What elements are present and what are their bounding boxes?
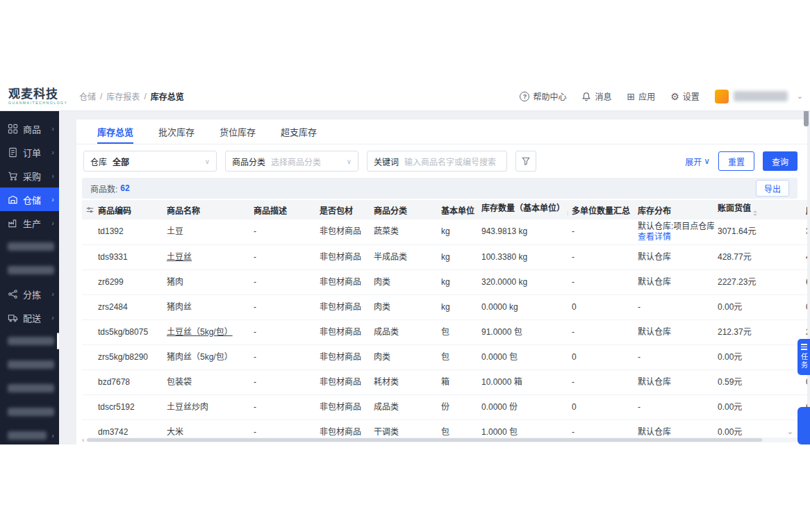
expand-filters-link[interactable]: 展开 ∨ bbox=[685, 156, 710, 167]
settings-button[interactable]: ⚙ 设置 bbox=[670, 90, 700, 102]
scrollbar-track[interactable] bbox=[87, 438, 797, 442]
view-details-link[interactable]: 查看详情 bbox=[638, 232, 671, 242]
sort-icon[interactable] bbox=[753, 208, 757, 218]
cell-product-name: 土豆丝炒肉 bbox=[163, 394, 250, 419]
cell-product-desc: - bbox=[250, 319, 316, 344]
apps-button[interactable]: ⊞ 应用 bbox=[627, 90, 655, 102]
sidebar-item-redacted[interactable]: › bbox=[0, 424, 59, 444]
horizontal-scrollbar[interactable]: ‹ › bbox=[82, 436, 803, 444]
sidebar-item-products[interactable]: 商品 › bbox=[0, 117, 59, 140]
cell-book-value: 212.37元 bbox=[714, 319, 802, 344]
stock-table-container: 商品编码 商品名称 商品描述 是否包材 商品分类 基本单位 库存数量（基本单位）… bbox=[82, 200, 807, 444]
export-button[interactable]: 导出 bbox=[756, 180, 789, 197]
tab-location-stock[interactable]: 货位库存 bbox=[220, 119, 256, 144]
top-bar-actions: ? 帮助中心 消息 ⊞ 应用 ⚙ 设置 ⌄ bbox=[520, 90, 810, 103]
tab-batch-stock[interactable]: 批次库存 bbox=[158, 119, 195, 144]
cart-icon bbox=[8, 171, 18, 181]
product-name-link[interactable]: 土豆丝（5kg/包） bbox=[167, 327, 233, 337]
product-name-link[interactable]: 土豆 bbox=[167, 226, 183, 236]
reset-button[interactable]: 重置 bbox=[718, 151, 754, 171]
chevron-down-icon: ∨ bbox=[205, 158, 210, 165]
sort-icon[interactable] bbox=[567, 208, 568, 218]
company-avatar bbox=[715, 90, 729, 103]
sidebar-item-label: 商品 bbox=[23, 122, 47, 135]
breadcrumb-item[interactable]: 库存报表 bbox=[106, 90, 140, 102]
product-count-value: 62 bbox=[120, 183, 129, 193]
cell-is-packaging: 非包材商品 bbox=[316, 319, 370, 344]
brand-logo[interactable]: 观麦科技 GUANMAITECHNOLOGY bbox=[0, 88, 72, 105]
table-row: tds5kg/b8075 土豆丝（5kg/包） - 非包材商品 成品类 包 91… bbox=[82, 319, 807, 344]
keyword-input-label: 关键词 bbox=[374, 156, 399, 167]
sidebar-item-redacted[interactable] bbox=[0, 353, 59, 376]
product-name-link[interactable]: 猪肉丝（5kg/包） bbox=[167, 352, 233, 362]
cell-is-packaging: 非包材商品 bbox=[316, 244, 370, 269]
tab-stock-overview[interactable]: 库存总览 bbox=[97, 119, 133, 144]
cell-book-value: 2227.23元 bbox=[714, 269, 802, 294]
query-button[interactable]: 查询 bbox=[763, 151, 797, 171]
cell-settings-spacer bbox=[82, 394, 94, 419]
scroll-down-icon[interactable]: ⌄ bbox=[786, 427, 795, 436]
cell-multi-unit-total: 0 bbox=[568, 394, 634, 419]
user-menu-chevron-icon[interactable]: ⌄ bbox=[797, 92, 803, 101]
sidebar-item-delivery[interactable]: 配送 › bbox=[0, 306, 59, 329]
warehouse-select-value: 全部 bbox=[113, 156, 199, 167]
warehouse-select[interactable]: 仓库 全部 ∨ bbox=[83, 151, 217, 172]
sidebar-item-redacted[interactable] bbox=[0, 376, 59, 400]
column-is-packaging: 是否包材 bbox=[316, 200, 370, 219]
category-select[interactable]: 商品分类 选择商品分类 ∨ bbox=[225, 151, 358, 172]
main-area: 库存总览 批次库存 货位库存 超支库存 仓库 全部 ∨ 商品分类 选择商品分类 … bbox=[59, 111, 810, 444]
sidebar-item-redacted[interactable] bbox=[0, 400, 59, 424]
floating-widget-clipped[interactable] bbox=[797, 407, 810, 444]
cell-category: 成品类 bbox=[370, 319, 438, 344]
sidebar-item-warehouse[interactable]: 仓储 › bbox=[0, 188, 59, 211]
cell-product-code: zrs2484 bbox=[94, 294, 163, 319]
product-name-link[interactable]: 猪肉 bbox=[167, 277, 183, 287]
sidebar-item-redacted[interactable] bbox=[0, 258, 59, 282]
cell-product-desc: - bbox=[250, 369, 316, 394]
summary-bar: 商品数: 62 导出 bbox=[82, 178, 797, 199]
scrollbar-thumb[interactable] bbox=[87, 438, 762, 442]
breadcrumb-item[interactable]: 仓储 bbox=[79, 90, 96, 102]
product-name-link[interactable]: 包装袋 bbox=[167, 377, 192, 387]
column-stock-qty[interactable]: 库存数量（基本单位） bbox=[478, 200, 568, 219]
cell-is-packaging: 非包材商品 bbox=[316, 344, 370, 369]
sidebar-item-orders[interactable]: 订单 › bbox=[0, 140, 59, 164]
cell-stock-distribution: 默认仓库 bbox=[634, 269, 714, 294]
distribution-text: - bbox=[638, 402, 711, 413]
sidebar-item-purchasing[interactable]: 采购 › bbox=[0, 164, 59, 188]
sidebar-item-redacted[interactable] bbox=[0, 329, 59, 353]
screen: 观麦科技 GUANMAITECHNOLOGY 仓储 / 库存报表 / 库存总览 … bbox=[0, 0, 810, 532]
active-indicator bbox=[57, 333, 59, 349]
tab-overdraft-stock[interactable]: 超支库存 bbox=[281, 119, 317, 144]
sidebar-item-redacted[interactable] bbox=[0, 235, 59, 258]
redacted-label bbox=[8, 384, 54, 392]
help-center-button[interactable]: ? 帮助中心 bbox=[520, 90, 566, 102]
sidebar-item-sorting[interactable]: 分拣 › bbox=[0, 282, 59, 306]
cell-stock-qty: 10.0000 箱 bbox=[478, 369, 568, 394]
cell-product-desc: - bbox=[250, 294, 316, 319]
cell-settings-spacer bbox=[82, 294, 94, 319]
task-panel-tab[interactable]: 任务 bbox=[797, 339, 810, 375]
product-name-link[interactable]: 土豆丝 bbox=[167, 252, 192, 262]
keyword-input[interactable]: 关键词 输入商品名字或编号搜索 bbox=[367, 151, 507, 172]
user-menu[interactable]: ⌄ bbox=[715, 90, 803, 103]
sidebar-item-label: 配送 bbox=[23, 311, 47, 324]
column-book-value[interactable]: 账面货值 bbox=[714, 200, 802, 219]
scroll-left-icon[interactable]: ‹ bbox=[82, 437, 84, 444]
distribution-text: - bbox=[638, 302, 711, 313]
column-settings-button[interactable] bbox=[82, 200, 94, 219]
product-name-link[interactable]: 大米 bbox=[167, 427, 183, 437]
product-name-link[interactable]: 猪肉丝 bbox=[167, 302, 192, 312]
product-name-link[interactable]: 土豆丝炒肉 bbox=[167, 402, 208, 412]
cell-product-desc: - bbox=[250, 244, 316, 269]
advanced-filter-button[interactable] bbox=[515, 151, 536, 172]
cell-is-packaging: 非包材商品 bbox=[316, 219, 370, 244]
sidebar: 商品 › 订单 › 采购 › 仓储 › 生产 › bbox=[0, 111, 59, 444]
cell-base-unit: 包 bbox=[438, 344, 478, 369]
cell-stock-distribution: - bbox=[634, 344, 714, 369]
sidebar-item-production[interactable]: 生产 › bbox=[0, 211, 59, 235]
task-tab-label: 任务 bbox=[799, 353, 809, 369]
messages-label: 消息 bbox=[595, 90, 611, 102]
messages-button[interactable]: 消息 bbox=[581, 90, 611, 102]
sidebar-item-label: 分拣 bbox=[23, 288, 47, 301]
